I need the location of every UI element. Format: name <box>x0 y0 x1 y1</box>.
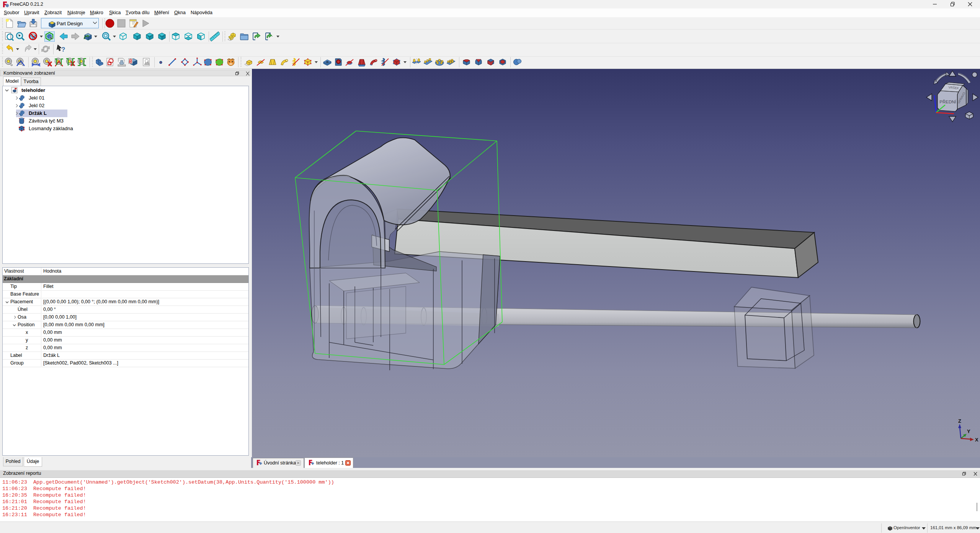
svg-text:X: X <box>975 437 978 443</box>
svg-text:Z: Z <box>958 418 961 424</box>
svg-text:?: ? <box>61 46 65 53</box>
svg-text:PŘEDNÍ: PŘEDNÍ <box>939 100 956 104</box>
svg-text:Y: Y <box>967 428 970 434</box>
